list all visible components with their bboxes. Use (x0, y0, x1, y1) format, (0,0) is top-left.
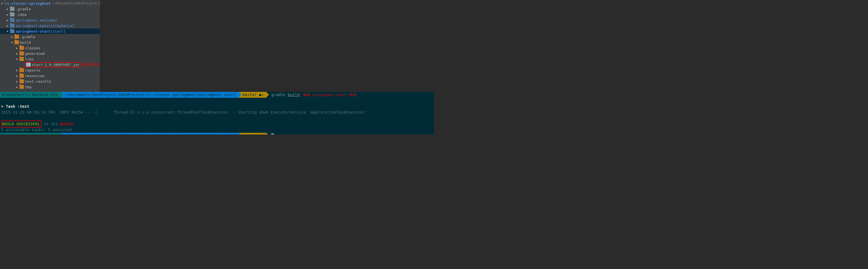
project-root-path: ~/Documents/DevProject/IDEAP (52, 1, 100, 5)
tree-item-label: classes (25, 46, 40, 50)
tree-item[interactable]: ▼libs (0, 56, 100, 62)
folder-icon (20, 85, 24, 89)
annotation-success: 编译成功 (60, 121, 74, 127)
prompt-path: ~/Documents/DevProject/IDEAProject/rc-cl… (61, 133, 239, 134)
command-input[interactable]: gradle build (271, 92, 299, 98)
tree-item-label: springboot-mybatis (16, 24, 55, 28)
tree-item[interactable]: ▶generated (0, 51, 100, 56)
chevron-icon[interactable]: ▶ (16, 74, 18, 78)
annotation: 编译生成的 jar 文件 (82, 62, 100, 67)
prompt-user: blade@Jerrys-MacBook-Pro (0, 133, 61, 134)
ide-panel: ▼ rc-cluster-springboot ~/Documents/DevP… (0, 0, 434, 92)
folder-icon (10, 18, 14, 22)
tree-item-label: tmp (25, 85, 31, 89)
editor-area (100, 0, 434, 92)
chevron-icon[interactable]: ▼ (16, 58, 18, 61)
tree-item[interactable]: ▶resources (0, 73, 100, 79)
folder-icon (20, 68, 24, 72)
tree-item-label: springboot-aop (16, 18, 46, 22)
project-tree[interactable]: ▼ rc-cluster-springboot ~/Documents/DevP… (0, 0, 100, 92)
build-status-line: BUILD SUCCESSFUL in 31s 编译成功 (0, 121, 434, 127)
folder-icon (10, 29, 14, 33)
chevron-icon[interactable]: ▼ (10, 41, 13, 44)
chevron-icon[interactable]: ▶ (16, 69, 18, 72)
tree-item-label: test-results (25, 79, 51, 84)
tree-item-label: springboot-start (16, 29, 50, 33)
tree-item-label: reports (25, 68, 40, 72)
chevron-icon[interactable]: ▶ (16, 80, 18, 83)
tree-item-label: .idea (16, 12, 26, 17)
chevron-down-icon[interactable]: ▼ (1, 2, 3, 5)
prompt-user: blade@Jerrys-MacBook-Pro (0, 92, 61, 98)
folder-icon (14, 40, 19, 44)
highlighted-item: start-1.0-SNAPSHOT.jar (24, 62, 81, 67)
tree-item[interactable]: ▶reports (0, 67, 100, 73)
build-status-box: BUILD SUCCESSFUL (1, 121, 41, 127)
chevron-icon[interactable]: ▶ (10, 35, 13, 38)
prompt-path: ~/Documents/DevProject/IDEAProject/rc-cl… (61, 92, 239, 98)
folder-icon (10, 7, 14, 11)
tree-root[interactable]: ▼ rc-cluster-springboot ~/Documents/DevP… (0, 1, 100, 6)
log-line: 2019-11-29 00:36:14.704 INFO 94254 --- [… (0, 110, 434, 115)
chevron-icon[interactable]: ▶ (6, 19, 9, 22)
prompt-line-2: blade@Jerrys-MacBook-Pro ~/Documents/Dev… (0, 133, 434, 134)
folder-icon (20, 79, 24, 83)
tree-item[interactable]: ▶springboot-mybatis [mybatis] (0, 23, 100, 28)
task-line: > Task :test (0, 103, 434, 110)
tree-item-bracket: [aop] (46, 18, 57, 22)
chevron-icon[interactable]: ▼ (6, 30, 9, 33)
tree-item[interactable]: ▶.gradle (0, 6, 100, 12)
folder-icon (20, 74, 24, 78)
chevron-icon[interactable]: ▶ (16, 86, 18, 89)
folder-icon (10, 24, 14, 28)
tree-item[interactable]: ▶test-results (0, 79, 100, 84)
tree-item[interactable]: ▶tmp (0, 84, 100, 90)
annotation-compile: 编译 springboot-start 模块 (303, 92, 356, 98)
cursor[interactable] (271, 133, 274, 134)
chevron-icon[interactable]: ▶ (16, 47, 18, 50)
chevron-icon[interactable]: ▶ (6, 24, 9, 27)
tree-item[interactable]: ▼springboot-start [start] (0, 28, 100, 34)
folder-icon (14, 35, 19, 39)
project-root-label: rc-cluster-springboot (5, 1, 51, 6)
prompt-branch: master ●+ (239, 133, 267, 134)
tasks-line: 5 actionable tasks: 5 executed (0, 127, 434, 133)
folder-icon (20, 57, 24, 61)
empty-line (0, 115, 434, 121)
folder-icon (20, 46, 24, 50)
prompt-line-1: blade@Jerrys-MacBook-Pro ~/Documents/Dev… (0, 92, 434, 98)
chevron-icon[interactable]: ▶ (6, 7, 9, 10)
tree-item[interactable]: ▶.idea (0, 12, 100, 17)
tree-item-bracket: [mybatis] (55, 24, 74, 28)
chevron-icon[interactable]: ▶ (16, 52, 18, 55)
tree-item[interactable]: ▶.gradle (0, 34, 100, 39)
tree-item[interactable]: ▶classes (0, 45, 100, 51)
tree-item-label: .gradle (16, 7, 31, 11)
jar-icon (26, 63, 31, 66)
tree-item-label: start-1.0-SNAPSHOT.jar (32, 63, 80, 67)
tree-item[interactable]: ▼build (0, 39, 100, 45)
tree-item-bracket: [start] (50, 29, 66, 33)
prompt-branch: master ●+ (239, 92, 267, 98)
folder-icon (10, 12, 14, 17)
folder-icon (20, 52, 24, 55)
tree-item-label: build (20, 40, 31, 44)
tree-item-label: libs (25, 57, 34, 61)
tree-item[interactable]: ▶springboot-aop [aop] (0, 17, 100, 23)
tree-item[interactable]: start-1.0-SNAPSHOT.jar编译生成的 jar 文件 (0, 62, 100, 67)
tree-item-label: generated (25, 52, 44, 56)
tree-item-label: resources (25, 74, 44, 78)
terminal-panel[interactable]: blade@Jerrys-MacBook-Pro ~/Documents/Dev… (0, 92, 434, 134)
tree-item-label: .gradle (20, 35, 35, 39)
empty-line (0, 98, 434, 103)
chevron-icon[interactable]: ▶ (6, 13, 9, 16)
